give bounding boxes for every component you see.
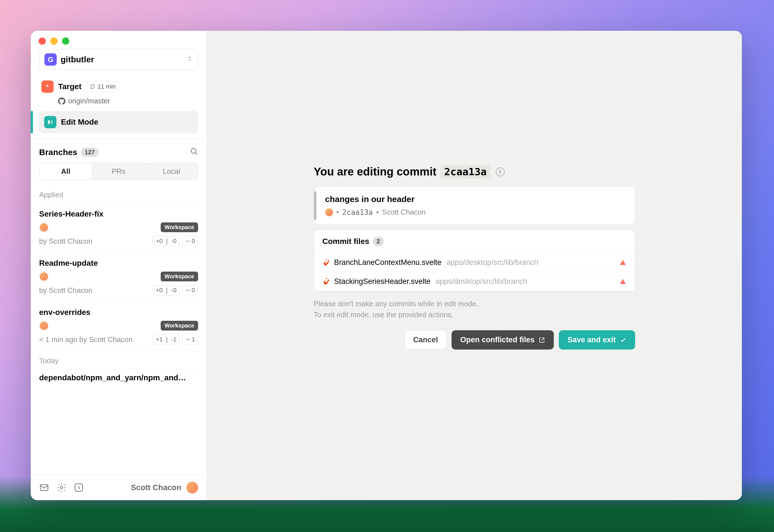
hint-line-2: To exit edit mode, use the provided acti… [314, 309, 635, 320]
commit-meta: • 2caa13a • Scott Chacon [322, 208, 626, 217]
svg-point-5 [186, 290, 187, 291]
open-conflicted-label: Open conflicted files [460, 336, 535, 344]
avatar [39, 321, 49, 331]
title-prefix: You are editing commit [314, 165, 436, 178]
svg-point-3 [186, 241, 187, 242]
svg-rect-0 [48, 120, 50, 124]
tab-local[interactable]: Local [145, 163, 198, 180]
commit-files-header: Commit files 2 [314, 230, 635, 253]
branch-name: env-overrides [39, 308, 198, 317]
edit-mode-row[interactable]: Edit Mode [39, 111, 198, 133]
branch-byline: by Scott Chacon [39, 237, 92, 246]
file-row[interactable]: BranchLaneContextMenu.svelte apps/deskto… [314, 253, 635, 272]
branch-filter-tabs: All PRs Local [39, 163, 198, 180]
maximize-window-button[interactable] [62, 37, 69, 45]
page-title: You are editing commit 2caa13a i [314, 165, 635, 179]
repo-picker[interactable]: G gitbutler [39, 49, 198, 70]
branch-item[interactable]: dependabot/npm_and_yarn/npm_and… [39, 369, 198, 389]
svelte-icon [322, 278, 330, 286]
workspace-tag: Workspace [161, 222, 198, 232]
tab-prs[interactable]: PRs [92, 163, 145, 180]
target-label: Target [58, 82, 82, 91]
branches-header: Branches 127 [39, 139, 198, 163]
diff-added-badge: +0 | -0 [153, 236, 180, 246]
warning-icon [619, 259, 626, 266]
diff-added-badge: +0 | -0 [153, 285, 180, 295]
file-row[interactable]: StackingSeriesHeader.svelte apps/desktop… [314, 272, 635, 291]
target-refresh-time: 11 min [98, 83, 116, 90]
branch-item[interactable]: Series-Header-fix Workspace by Scott Cha… [39, 203, 198, 252]
search-icon[interactable] [190, 147, 198, 157]
file-name: BranchLaneContextMenu.svelte [334, 258, 441, 267]
window-controls [31, 31, 206, 49]
branch-name: Readme-update [39, 259, 198, 268]
avatar [186, 482, 198, 493]
open-conflicted-button[interactable]: Open conflicted files [452, 330, 554, 350]
repo-name: gitbutler [61, 55, 183, 64]
save-and-exit-label: Save and exit [568, 336, 616, 344]
branch-item[interactable]: Readme-update Workspace by Scott Chacon … [39, 252, 198, 301]
edit-mode-icon [44, 116, 56, 128]
today-section-label: Today [39, 351, 198, 369]
diff-added-badge: +1 | -1 [153, 334, 180, 345]
workspace-tag: Workspace [161, 272, 198, 281]
origin-row[interactable]: origin/master [39, 96, 198, 111]
cancel-button[interactable]: Cancel [405, 330, 447, 350]
clock-icon[interactable] [74, 483, 84, 493]
hint-line-1: Please don't make any commits while in e… [314, 298, 635, 309]
svg-point-6 [188, 290, 189, 291]
commit-author: Scott Chacon [382, 208, 426, 217]
svg-point-4 [188, 241, 189, 242]
footer-user-name: Scott Chacon [131, 483, 181, 492]
svelte-icon [322, 259, 330, 267]
footer-user[interactable]: Scott Chacon [131, 482, 198, 493]
commit-hash: 2caa13a [440, 165, 491, 179]
avatar [325, 208, 333, 216]
commit-files-card: Commit files 2 BranchLaneContextMenu.sve… [314, 230, 635, 291]
commit-message: changes in our header [322, 194, 626, 204]
edit-mode-label: Edit Mode [61, 118, 98, 127]
file-name: StackingSeriesHeader.svelte [334, 277, 431, 286]
check-icon [620, 337, 626, 343]
minimize-window-button[interactable] [50, 37, 58, 45]
avatar [39, 272, 49, 281]
chevron-updown-icon [187, 56, 193, 63]
branches-count: 127 [81, 148, 99, 157]
workspace-tag: Workspace [161, 321, 198, 331]
branch-name: Series-Header-fix [39, 210, 198, 219]
commit-files-count: 2 [373, 237, 384, 246]
save-and-exit-button[interactable]: Save and exit [559, 330, 635, 350]
repo-icon: G [44, 53, 57, 66]
applied-section-label: Applied [39, 187, 198, 203]
svg-rect-1 [51, 120, 53, 124]
mail-icon[interactable] [39, 483, 49, 493]
avatar [39, 223, 49, 232]
tab-all[interactable]: All [39, 163, 92, 180]
warning-icon [619, 278, 626, 285]
github-icon [58, 98, 65, 105]
file-path: apps/desktop/src/lib/branch [447, 258, 538, 267]
sidebar: G gitbutler Target 11 min origin/master [31, 31, 207, 500]
info-icon[interactable]: i [496, 167, 505, 176]
diff-graph-badge: 1 [182, 334, 198, 345]
branch-byline: by Scott Chacon [39, 286, 92, 295]
main-panel: You are editing commit 2caa13a i changes… [207, 31, 742, 500]
sidebar-footer: Scott Chacon [31, 475, 206, 500]
commit-files-title: Commit files [322, 237, 369, 246]
target-refresh-badge[interactable]: 11 min [86, 81, 120, 92]
close-window-button[interactable] [39, 37, 46, 45]
diff-graph-badge: 0 [182, 285, 198, 295]
svg-point-2 [191, 148, 196, 153]
file-path: apps/desktop/src/lib/branch [436, 277, 528, 286]
commit-hash-short: 2caa13a [342, 208, 373, 217]
diff-graph-badge: 0 [182, 236, 198, 246]
branch-byline: < 1 min ago by Scott Chacon [39, 335, 133, 344]
svg-point-8 [188, 339, 189, 340]
target-icon [41, 80, 54, 93]
app-window: G gitbutler Target 11 min origin/master [31, 31, 742, 500]
target-row[interactable]: Target 11 min [39, 78, 198, 96]
svg-point-10 [60, 486, 63, 489]
external-link-icon [538, 337, 545, 343]
gear-icon[interactable] [56, 483, 67, 493]
branch-item[interactable]: env-overrides Workspace < 1 min ago by S… [39, 301, 198, 351]
